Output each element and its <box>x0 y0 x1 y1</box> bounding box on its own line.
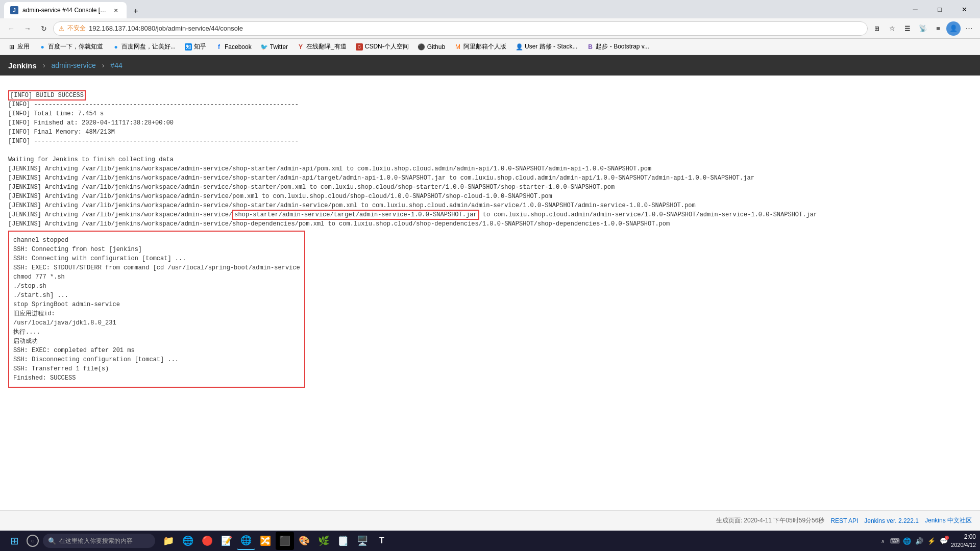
network-icon[interactable]: 🌐 <box>902 536 912 546</box>
bookmark-csdn[interactable]: C CSDN-个人空间 <box>352 41 413 53</box>
bookmark-twitter-label: Twitter <box>270 43 288 51</box>
taskbar-app-explorer[interactable]: 📁 <box>159 532 178 550</box>
address-bar-actions: ⊞ ☆ ☰ 📡 ≡ 👤 ⋯ <box>870 21 976 36</box>
taskbar-app-git2[interactable]: 🌿 <box>314 532 333 550</box>
user-icon: 👤 <box>516 43 523 51</box>
build-success-highlight: [INFO] BUILD SUCCESS <box>8 90 86 101</box>
refresh-button[interactable]: ↻ <box>37 21 51 36</box>
search-circle-icon[interactable]: ○ <box>27 535 39 547</box>
bookmark-twitter[interactable]: 🐦 Twitter <box>257 42 292 52</box>
bookmark-zhihu-label: 知乎 <box>194 42 206 51</box>
taskbar-app-paint[interactable]: 🎨 <box>295 532 313 550</box>
bookmark-aliyun[interactable]: M 阿里邮箱个人版 <box>450 41 510 53</box>
taskbar-input-icon[interactable]: ⌨ <box>890 536 900 546</box>
settings-button[interactable]: ⋯ <box>962 21 976 36</box>
taskbar-app-browser-active[interactable]: 🌐 <box>237 532 255 550</box>
breadcrumb-admin-service[interactable]: admin-service <box>52 61 96 69</box>
bookmark-facebook[interactable]: f Facebook <box>211 42 256 52</box>
taskbar-app-text[interactable]: T <box>373 532 391 550</box>
bookmark-bootstrap-label: 起步 - Bootstrap v... <box>596 42 649 51</box>
apps-icon: ⊞ <box>8 43 15 51</box>
rest-api-link[interactable]: REST API <box>830 517 858 524</box>
bookmark-fanyi[interactable]: Y 在线翻译_有道 <box>293 41 351 53</box>
bookmark-user[interactable]: 👤 User 路修 - Stack... <box>511 41 581 53</box>
security-icon: ⚠ <box>59 25 64 32</box>
bookmark-baidu1-label: 百度一下，你就知道 <box>48 42 103 51</box>
taskbar-time-value: 2:00 <box>951 533 976 541</box>
github-icon: ⚫ <box>418 43 425 51</box>
taskbar-app-notepad[interactable]: 🗒️ <box>334 532 352 550</box>
taskbar-app-firefox[interactable]: 🔴 <box>198 532 216 550</box>
baidu1-icon: ● <box>39 43 46 51</box>
url-bar[interactable]: ⚠ 不安全 192.168.137.104:8080/job/admin-ser… <box>53 21 868 36</box>
csdn-icon: C <box>356 43 363 51</box>
extensions-button[interactable]: ⊞ <box>870 21 884 36</box>
breadcrumb-build-number[interactable]: #44 <box>110 61 122 69</box>
tab-title: admin-service #44 Console [Je... <box>22 7 107 14</box>
security-label: 不安全 <box>67 24 86 33</box>
bookmark-facebook-label: Facebook <box>225 43 252 51</box>
bookmark-apps[interactable]: ⊞ 应用 <box>4 41 34 53</box>
baidu2-icon: ● <box>112 43 119 51</box>
system-tray-arrow[interactable]: ∧ <box>877 536 888 546</box>
minimize-button[interactable]: ─ <box>903 0 927 18</box>
bookmark-github[interactable]: ⚫ Github <box>414 42 449 52</box>
taskbar-right-area: ∧ ⌨ 🌐 🔊 ⚡ 💬 1 2:00 2020/4/12 <box>877 533 976 549</box>
taskbar-search-bar[interactable]: 🔍 在这里输入你要搜索的内容 <box>43 534 155 548</box>
tab-close-button[interactable]: ✕ <box>111 6 120 15</box>
volume-icon[interactable]: 🔊 <box>914 536 924 546</box>
taskbar: ⊞ ○ 🔍 在这里输入你要搜索的内容 📁 🌐 🔴 📝 🌐 🔀 ⬛ 🎨 🌿 🗒️ … <box>0 531 980 551</box>
start-button[interactable]: ⊞ <box>4 531 24 551</box>
aliyun-icon: M <box>454 43 461 51</box>
profile-button[interactable]: 👤 <box>946 21 961 36</box>
battery-charging-icon[interactable]: ⚡ <box>926 536 937 546</box>
taskbar-search-placeholder: 在这里输入你要搜索的内容 <box>59 537 133 545</box>
bookmark-github-label: Github <box>427 43 445 51</box>
collections-button[interactable]: ☰ <box>900 21 915 36</box>
console-output: [INFO] BUILD SUCCESS [INFO] ------------… <box>8 82 972 390</box>
back-button[interactable]: ← <box>4 21 18 36</box>
cast-button[interactable]: 📡 <box>916 21 930 36</box>
close-button[interactable]: ✕ <box>952 0 976 18</box>
ssh-output-block: channel stopped SSH: Connecting from hos… <box>8 231 305 388</box>
taskbar-clock[interactable]: 2:00 2020/4/12 <box>951 533 976 549</box>
facebook-icon: f <box>215 43 223 51</box>
bookmark-aliyun-label: 阿里邮箱个人版 <box>463 42 506 51</box>
bookmark-fanyi-label: 在线翻译_有道 <box>306 42 347 51</box>
reader-button[interactable]: ≡ <box>931 21 945 36</box>
taskbar-date-value: 2020/4/12 <box>951 541 976 549</box>
breadcrumb-sep-1: › <box>43 61 45 69</box>
taskbar-app-chrome[interactable]: 🌐 <box>179 532 197 550</box>
bookmark-zhihu[interactable]: 知 知乎 <box>181 41 210 53</box>
windows-logo-icon: ⊞ <box>10 535 19 547</box>
breadcrumb-sep-2: › <box>102 61 105 69</box>
jenkins-cn-link[interactable]: Jenkins 中文社区 <box>925 516 972 525</box>
taskbar-app-intellij[interactable]: 📝 <box>217 532 236 550</box>
taskbar-app-desktop[interactable]: 🖥️ <box>353 532 372 550</box>
twitter-icon: 🐦 <box>261 43 268 51</box>
bootstrap-icon: B <box>586 43 594 51</box>
tab-favicon: J <box>10 6 18 14</box>
bookmark-baidu2[interactable]: ● 百度网盘，让美好... <box>108 41 180 53</box>
url-text: 192.168.137.104:8080/job/admin-service/4… <box>89 24 862 32</box>
active-tab[interactable]: J admin-service #44 Console [Je... ✕ <box>4 2 127 18</box>
jenkins-navbar: Jenkins › admin-service › #44 <box>0 55 980 76</box>
favorite-button[interactable]: ☆ <box>885 21 899 36</box>
forward-button[interactable]: → <box>20 21 35 36</box>
bookmark-bootstrap[interactable]: B 起步 - Bootstrap v... <box>582 41 653 53</box>
notification-icon[interactable]: 💬 1 <box>939 536 949 546</box>
taskbar-apps: 📁 🌐 🔴 📝 🌐 🔀 ⬛ 🎨 🌿 🗒️ 🖥️ T <box>159 532 391 550</box>
jenkins-ver-link[interactable]: Jenkins ver. 2.222.1 <box>864 517 919 524</box>
bookmark-apps-label: 应用 <box>17 42 30 51</box>
taskbar-app-git[interactable]: 🔀 <box>256 532 275 550</box>
bookmark-baidu2-label: 百度网盘，让美好... <box>121 42 176 51</box>
bookmark-user-label: User 路修 - Stack... <box>525 42 577 51</box>
search-icon: 🔍 <box>48 537 56 545</box>
maximize-button[interactable]: □ <box>928 0 951 18</box>
bookmark-baidu1[interactable]: ● 百度一下，你就知道 <box>35 41 107 53</box>
fanyi-icon: Y <box>297 43 304 51</box>
zhihu-icon: 知 <box>185 43 192 51</box>
new-tab-button[interactable]: + <box>129 4 143 18</box>
jenkins-logo[interactable]: Jenkins <box>8 61 37 70</box>
taskbar-app-terminal[interactable]: ⬛ <box>276 532 294 550</box>
